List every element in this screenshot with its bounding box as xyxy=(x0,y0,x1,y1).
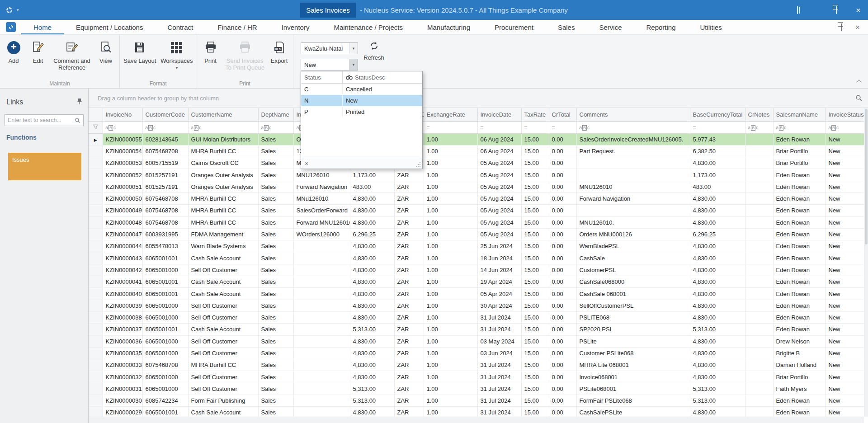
filter-cell-customerCode[interactable]: aBc xyxy=(142,121,188,133)
vertical-scrollbar[interactable] xyxy=(864,108,868,417)
table-row[interactable]: KZIN00000536005715519Cairns Oscroft CCSa… xyxy=(89,157,864,169)
filter-cell-comments[interactable]: aBc xyxy=(576,121,690,133)
column-header-salesmanName[interactable]: SalesmanName xyxy=(773,108,826,121)
tab-utilities[interactable]: Utilities xyxy=(688,20,734,34)
column-header-customerName[interactable]: CustomerName xyxy=(188,108,258,121)
column-header-customerCode[interactable]: CustomerCode xyxy=(142,108,188,121)
table-row[interactable]: KZIN00000296065001001Cash Sale AccountSa… xyxy=(89,407,864,417)
dropdown-row-n[interactable]: NNew xyxy=(301,95,422,106)
table-row[interactable]: KZIN00000316065001000Sell Off CustomerSa… xyxy=(89,383,864,395)
workspaces-button[interactable]: Workspaces xyxy=(158,38,195,70)
tab-service[interactable]: Service xyxy=(587,20,634,34)
filter-cell-salesmanName[interactable]: aBc xyxy=(773,121,826,133)
filter-cell-invoiceStatus[interactable]: aBc xyxy=(826,121,864,133)
window-layout-icon[interactable] xyxy=(797,7,798,14)
edit-button[interactable]: Edit xyxy=(26,38,50,65)
filter-cell-deptName[interactable]: aBc xyxy=(258,121,293,133)
chevron-down-icon[interactable] xyxy=(17,8,19,12)
document-restore-button[interactable] xyxy=(841,24,842,31)
tab-home[interactable]: Home xyxy=(21,20,64,34)
dropdown-clear-button[interactable] xyxy=(305,160,308,167)
column-header-taxRate[interactable]: TaxRate xyxy=(521,108,549,121)
region-combobox[interactable]: KwaZulu-Natal xyxy=(301,42,358,54)
cell-crNotes xyxy=(745,133,773,145)
links-search-input[interactable] xyxy=(5,117,75,123)
table-row[interactable]: KZIN00000326065001000Sell Off CustomerSa… xyxy=(89,371,864,383)
filter-cell-crTotal[interactable]: = xyxy=(549,121,576,133)
column-header-crNotes[interactable]: CrNotes xyxy=(745,108,773,121)
status-combobox-dropdown-button[interactable] xyxy=(349,59,358,70)
tab-reporting[interactable]: Reporting xyxy=(634,20,688,34)
column-header-invoiceDate[interactable]: InvoiceDate xyxy=(477,108,521,121)
table-row[interactable]: KZIN00000446055478013Warn Blade SystemsS… xyxy=(89,240,864,252)
document-close-button[interactable] xyxy=(855,24,860,31)
save-layout-button[interactable]: Save Layout xyxy=(121,38,158,65)
view-button[interactable]: View xyxy=(94,38,118,65)
table-row[interactable]: KZIN00000506075468708MHRA Burhill CCSale… xyxy=(89,193,864,204)
tab-finance-hr[interactable]: Finance / HR xyxy=(205,20,269,34)
filter-cell-invoiceNo[interactable]: aBc xyxy=(103,121,142,133)
column-header-exchangeRate[interactable]: ExchangeRate xyxy=(424,108,477,121)
pin-icon[interactable] xyxy=(77,98,82,106)
status-combobox[interactable]: New xyxy=(301,59,358,70)
tab-manufacturing[interactable]: Manufacturing xyxy=(415,20,482,34)
table-row[interactable]: KZIN00000516015257191Oranges Outer Analy… xyxy=(89,181,864,193)
group-by-bar[interactable]: Drag a column header to group by that co… xyxy=(89,89,868,108)
column-header-invoiceStatus[interactable]: InvoiceStatus xyxy=(826,108,864,121)
tab-sales[interactable]: Sales xyxy=(546,20,587,34)
print-button[interactable]: Print xyxy=(198,38,223,65)
table-row[interactable]: KZIN00000476003931995FDMA ManagementSale… xyxy=(89,228,864,240)
column-header-deptName[interactable]: DeptName xyxy=(258,108,293,121)
filter-cell-crNotes[interactable]: aBc xyxy=(745,121,773,133)
sidebar-item-issues[interactable]: Issues xyxy=(8,153,81,180)
table-row[interactable]: KZIN00000426065001000Sell Off CustomerSa… xyxy=(89,264,864,276)
table-row[interactable]: KZIN00000486075468708MHRA Burhill CCSale… xyxy=(89,216,864,228)
table-row[interactable]: KZIN00000356065001000Sell Off CustomerSa… xyxy=(89,347,864,359)
row-indicator xyxy=(89,359,103,371)
column-header-baseCurrencyTotal[interactable]: BaseCurrencyTotal xyxy=(690,108,745,121)
dropdown-resize-grip[interactable] xyxy=(420,166,420,167)
table-row[interactable]: KZIN00000336075468708MHRA Burhill CCSale… xyxy=(89,359,864,371)
table-row[interactable]: KZIN00000366065001000Sell Off CustomerSa… xyxy=(89,335,864,347)
export-button[interactable]: XLS Export xyxy=(267,38,292,65)
dropdown-row-c[interactable]: CCancelled xyxy=(301,84,422,95)
add-button[interactable]: Add xyxy=(1,38,26,65)
table-row[interactable]: KZIN00000496075468708MHRA Burhill CCSale… xyxy=(89,205,864,216)
horizontal-scrollbar[interactable] xyxy=(89,417,864,423)
table-row[interactable]: KZIN00000376065001001Cash Sale AccountSa… xyxy=(89,324,864,335)
filter-cell-exchangeRate[interactable]: = xyxy=(424,121,477,133)
maximize-button[interactable] xyxy=(836,7,837,14)
tab-inventory[interactable]: Inventory xyxy=(269,20,322,34)
column-header-invoiceNo[interactable]: InvoiceNo xyxy=(103,108,142,121)
tab-procurement[interactable]: Procurement xyxy=(482,20,546,34)
filter-cell-baseCurrencyTotal[interactable]: = xyxy=(690,121,745,133)
table-row[interactable]: KZIN00000306085742234Form Fair Publishin… xyxy=(89,395,864,407)
table-row[interactable]: KZIN00000406065001001Cash Sale AccountSa… xyxy=(89,288,864,300)
tab-equipment-locations[interactable]: Equipment / Locations xyxy=(64,20,155,34)
tab-contract[interactable]: Contract xyxy=(155,20,205,34)
close-button[interactable] xyxy=(856,6,861,14)
filter-cell-customerName[interactable]: aBc xyxy=(188,121,258,133)
search-icon[interactable] xyxy=(855,94,863,102)
dropdown-column-status[interactable]: Status xyxy=(301,71,343,83)
column-header-crTotal[interactable]: CrTotal xyxy=(549,108,576,121)
dropdown-column-statusdesc[interactable]: StatusDesc xyxy=(343,71,422,83)
filter-cell-invoiceDate[interactable]: = xyxy=(477,121,521,133)
application-menu-button[interactable] xyxy=(6,22,16,32)
table-row[interactable]: ▶KZIN00000556028143645GUI Molan Distribu… xyxy=(89,133,864,145)
table-row[interactable]: KZIN00000436065001001Cash Sale AccountSa… xyxy=(89,252,864,264)
refresh-button[interactable]: Refresh xyxy=(360,41,387,61)
column-header-comments[interactable]: Comments xyxy=(576,108,690,121)
gear-icon[interactable] xyxy=(6,7,12,13)
table-row[interactable]: KZIN00000416065001001Cash Sale AccountSa… xyxy=(89,276,864,288)
table-row[interactable]: KZIN00000386065001000Sell Off CustomerSa… xyxy=(89,311,864,323)
comment-and-reference-button[interactable]: Comment and Reference xyxy=(50,38,94,71)
table-row[interactable]: KZIN00000526015257191Oranges Outer Analy… xyxy=(89,169,864,181)
tab-maintenance-projects[interactable]: Maintenance / Projects xyxy=(321,20,415,34)
table-row[interactable]: KZIN00000396065001000Sell Off CustomerSa… xyxy=(89,300,864,311)
dropdown-row-p[interactable]: PPrinted xyxy=(301,106,422,118)
filter-cell-taxRate[interactable]: = xyxy=(521,121,549,133)
table-row[interactable]: KZIN00000546075468708MHRA Burhill CCSale… xyxy=(89,145,864,157)
send-invoices-button-label: Send Invoices To Print Queue xyxy=(225,58,265,71)
region-combobox-dropdown-button[interactable] xyxy=(349,43,358,54)
